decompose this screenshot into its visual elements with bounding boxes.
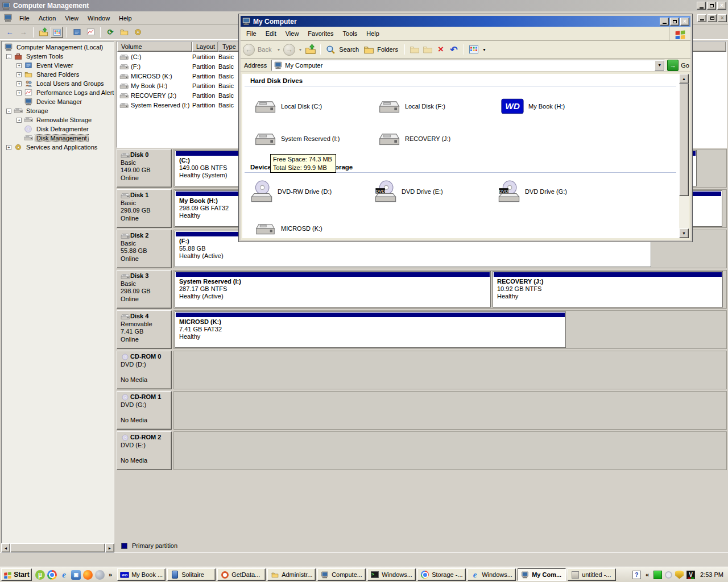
- back-button[interactable]: ←: [243, 44, 255, 56]
- item-dvd-drive-g[interactable]: DVD Drive (G:): [498, 182, 567, 201]
- tree-item-event-viewer[interactable]: + Event Viewer: [2, 61, 114, 70]
- expand-icon[interactable]: +: [16, 81, 22, 86]
- back-dropdown-icon[interactable]: ▼: [276, 48, 280, 52]
- taskbar-button-computer-management[interactable]: Compute...: [317, 568, 366, 581]
- window-panel-icon[interactable]: [84, 27, 97, 38]
- back-label[interactable]: Back: [258, 46, 271, 53]
- expand-icon[interactable]: +: [16, 72, 22, 77]
- cdrom1-info[interactable]: CD-ROM 1 DVD (G:) No Media: [117, 391, 172, 430]
- windows-app-icon[interactable]: ▣: [71, 570, 81, 580]
- tree-horizontal-scrollbar[interactable]: ◄ ►: [1, 543, 114, 552]
- scroll-down-icon[interactable]: ▼: [679, 228, 689, 238]
- item-dvd-drive-e[interactable]: DVD Drive (E:): [374, 182, 443, 201]
- show-hide-tree-icon[interactable]: [51, 27, 63, 38]
- close-button[interactable]: ×: [717, 2, 726, 10]
- globe-icon[interactable]: [95, 570, 105, 580]
- item-dvd-rw-drive-d[interactable]: DVD-RW Drive (D:): [250, 182, 332, 201]
- collapse-icon[interactable]: -: [6, 109, 11, 114]
- vertical-scrollbar[interactable]: ▲ ▼: [679, 74, 689, 238]
- folders-label[interactable]: Folders: [377, 46, 398, 53]
- scroll-up-icon[interactable]: ▲: [679, 74, 689, 84]
- tree-item-removable-storage[interactable]: + Removable Storage: [2, 115, 114, 124]
- forward-dropdown-icon[interactable]: ▼: [298, 48, 302, 52]
- help-icon[interactable]: [131, 27, 144, 38]
- partition-recovery[interactable]: RECOVERY (J:)10.92 GB NTFSHealthy: [493, 271, 723, 307]
- search-label[interactable]: Search: [339, 46, 359, 53]
- disk0-info[interactable]: Disk 0 Basic 149.00 GB Online: [117, 149, 172, 188]
- minimize-button[interactable]: [660, 18, 669, 26]
- chrome-icon[interactable]: [47, 570, 57, 580]
- taskbar-button-getdata[interactable]: GetData...: [217, 568, 266, 581]
- vnc-tray-icon[interactable]: V: [686, 571, 695, 579]
- item-local-disk-c[interactable]: Local Disk (C:): [254, 97, 322, 116]
- item-recovery-j[interactable]: RECOVERY (J:): [378, 129, 450, 148]
- collapse-icon[interactable]: -: [6, 54, 11, 59]
- tree-item-services-applications[interactable]: + Services and Applications: [2, 143, 114, 152]
- minimize-button[interactable]: [697, 2, 706, 10]
- views-dropdown-icon[interactable]: ▼: [482, 48, 486, 52]
- partition-system-reserved[interactable]: System Reserved (I:)287.17 GB NTFSHealth…: [175, 271, 491, 307]
- up-folder-icon[interactable]: [37, 27, 49, 38]
- menu-window[interactable]: Window: [83, 13, 114, 23]
- tree-item-disk-management[interactable]: Disk Management: [2, 134, 114, 143]
- go-label[interactable]: Go: [681, 62, 689, 69]
- forward-button[interactable]: →: [283, 44, 295, 56]
- disk4-info[interactable]: Disk 4 Removable 7.41 GB Online: [117, 310, 172, 349]
- tree-item-device-manager[interactable]: Device Manager: [2, 97, 114, 106]
- expand-icon[interactable]: +: [16, 63, 22, 68]
- properties-icon[interactable]: [71, 27, 83, 38]
- delete-icon[interactable]: ×: [435, 44, 446, 55]
- taskbar-button-storage[interactable]: Storage -...: [417, 568, 466, 581]
- firefox-icon[interactable]: [83, 570, 93, 580]
- item-my-book-h[interactable]: My Book (H:): [501, 97, 565, 116]
- address-input[interactable]: My Computer ▼: [271, 60, 665, 71]
- cdrom0-info[interactable]: CD-ROM 0 DVD (D:) No Media: [117, 351, 172, 389]
- mc-titlebar[interactable]: My Computer ×: [241, 16, 690, 27]
- menu-file[interactable]: File: [15, 13, 34, 23]
- expand-icon[interactable]: +: [16, 90, 22, 95]
- expand-icon[interactable]: +: [6, 145, 11, 150]
- expand-icon[interactable]: +: [16, 118, 22, 123]
- up-button[interactable]: [305, 44, 316, 55]
- tree-item-root[interactable]: Computer Management (Local): [2, 43, 114, 52]
- tree-item-shared-folders[interactable]: + Shared Folders: [2, 70, 114, 79]
- disk1-info[interactable]: Disk 1 Basic 298.09 GB Online: [117, 189, 172, 228]
- back-icon[interactable]: ←: [3, 27, 16, 38]
- child-minimize-button[interactable]: [697, 14, 706, 22]
- refresh-icon[interactable]: ⟳: [104, 27, 117, 38]
- internet-explorer-icon[interactable]: e: [59, 570, 69, 580]
- help-tray-icon[interactable]: ?: [632, 571, 641, 579]
- menu-edit[interactable]: Edit: [261, 28, 281, 39]
- column-volume[interactable]: Volume: [117, 41, 192, 52]
- views-icon[interactable]: [468, 44, 479, 55]
- item-microsd-k[interactable]: MICROSD (K:): [254, 219, 322, 238]
- menu-action[interactable]: Action: [34, 13, 61, 23]
- network-tray-icon[interactable]: [653, 571, 662, 579]
- sync-tray-icon[interactable]: [665, 571, 672, 579]
- taskbar-button-administrative[interactable]: Administr...: [267, 568, 316, 581]
- item-local-disk-f[interactable]: Local Disk (F:): [378, 97, 445, 116]
- taskbar-button-my-computer[interactable]: My Com...: [518, 568, 566, 581]
- go-button[interactable]: →: [667, 60, 679, 71]
- menu-help[interactable]: Help: [362, 28, 384, 39]
- tree-item-local-users[interactable]: + Local Users and Groups: [2, 79, 114, 88]
- undo-icon[interactable]: ↶: [448, 44, 460, 55]
- partition-microsd[interactable]: MICROSD (K:)7.41 GB FAT32Healthy: [175, 311, 566, 348]
- menu-view[interactable]: View: [60, 13, 83, 23]
- start-button[interactable]: Start: [1, 568, 32, 581]
- address-dropdown-icon[interactable]: ▼: [655, 60, 664, 70]
- disk3-info[interactable]: Disk 3 Basic 298.09 GB Online: [117, 270, 172, 309]
- column-layout[interactable]: Layout: [192, 41, 218, 52]
- child-restore-button[interactable]: [708, 14, 717, 22]
- quick-launch-overflow-icon[interactable]: »: [107, 571, 114, 578]
- search-icon[interactable]: [325, 44, 336, 55]
- tree-item-performance-logs[interactable]: + Performance Logs and Alert:: [2, 88, 114, 97]
- scroll-left-icon[interactable]: ◄: [1, 543, 10, 552]
- tree-item-disk-defragmenter[interactable]: Disk Defragmenter: [2, 124, 114, 134]
- taskbar-button-untitled-paint[interactable]: untitled -...: [568, 568, 616, 581]
- restore-button[interactable]: [707, 2, 716, 10]
- forward-icon[interactable]: →: [17, 27, 30, 38]
- cdrom2-info[interactable]: CD-ROM 2 DVD (E:) No Media: [117, 431, 172, 470]
- utorrent-icon[interactable]: µ: [35, 570, 45, 580]
- security-shield-tray-icon[interactable]: [675, 571, 684, 579]
